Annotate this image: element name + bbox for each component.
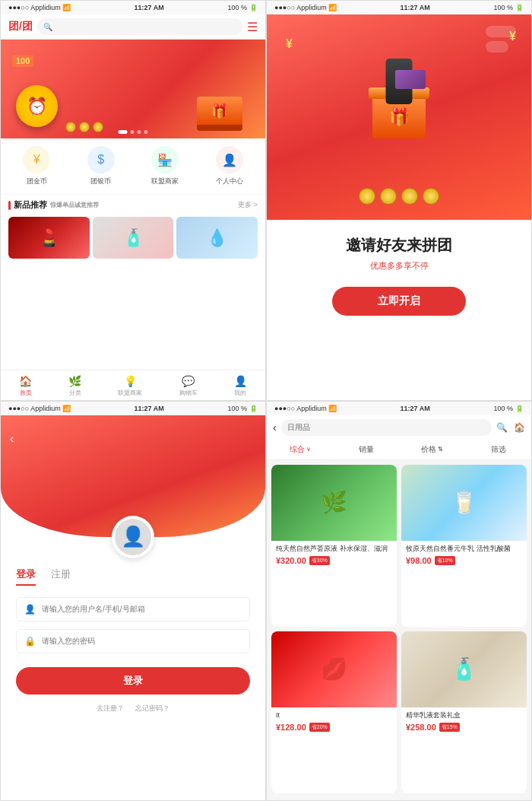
home-nav-icon: 🏠: [19, 375, 32, 387]
dot-2: [131, 130, 135, 134]
profile-nav-label: 我的: [234, 389, 246, 397]
products-search-bar[interactable]: 日用品: [281, 419, 492, 436]
quick-icon-tuan-silver[interactable]: $ 团银币: [87, 146, 115, 186]
quick-icon-tuan-gold[interactable]: ¥ 团金币: [23, 146, 50, 186]
screen-login: ●●●○○ Applidium 📶 11:27 AM 100 % 🔋 ‹ 👤 登…: [0, 401, 266, 802]
banner-gift-box: 🎁: [197, 97, 242, 131]
invite-start-button[interactable]: 立即开启: [332, 287, 466, 316]
battery-icon-3: 🔋: [249, 405, 258, 412]
product-card-1[interactable]: 💄: [8, 217, 90, 259]
product-list-emoji-3: 💋: [321, 656, 347, 682]
nav-category[interactable]: 🌿 分类: [68, 375, 81, 397]
product-list-item-2[interactable]: 🥛 牧原天然自然番元牛乳 活性乳酸菌 ¥98.00 省10%: [401, 465, 527, 627]
register-link[interactable]: 去注册？: [97, 704, 124, 714]
home-banner[interactable]: 100 ⏰ 🎁: [1, 40, 265, 138]
product-list-discount-3: 省20%: [309, 723, 330, 732]
signal-area: ●●●○○ Applidium 📶: [8, 4, 71, 11]
filter-bar: 综合 ∨ 销量 价格 ⇅ 筛选: [267, 440, 531, 460]
product-card-3[interactable]: 💧: [176, 217, 258, 259]
product-emoji-1: 💄: [39, 228, 59, 248]
signal-dots: ●●●○○: [8, 4, 29, 11]
product-list-price-row-2: ¥98.00 省10%: [406, 556, 522, 565]
profile-label: 个人中心: [216, 176, 243, 186]
username-input[interactable]: [42, 605, 242, 613]
nav-home[interactable]: 🏠 首页: [19, 375, 32, 397]
product-image-2: 🧴: [93, 217, 174, 259]
password-input[interactable]: [42, 637, 242, 645]
product-list-emoji-4: 🧴: [451, 656, 477, 682]
filter-screen[interactable]: 筛选: [465, 444, 531, 455]
password-field[interactable]: 🔒: [16, 629, 250, 653]
product-list-item-4[interactable]: 🧴 精华乳液套装礼盒 ¥258.00 省15%: [401, 631, 527, 793]
products-back-button[interactable]: ‹: [273, 421, 277, 434]
invite-gift-box: 📱 🎁: [372, 97, 426, 138]
merchant-label: 联盟商家: [151, 176, 179, 186]
invite-coins: [359, 188, 439, 205]
filter-price-label: 价格: [421, 444, 436, 455]
product-list-image-3: 💋: [271, 631, 397, 707]
quick-icon-profile[interactable]: 👤 个人中心: [216, 146, 243, 186]
product-list-image-4: 🧴: [401, 631, 527, 707]
product-list-name-1: 纯天然自然芦荟原液 补水保湿、滋润: [276, 545, 392, 554]
big-coin-3: [401, 188, 418, 205]
status-bar-login: ●●●○○ Applidium 📶 11:27 AM 100 % 🔋: [1, 402, 265, 415]
filter-sales-label: 销量: [359, 444, 374, 455]
home-nav-bar: 团/团 🔍 ☰: [1, 14, 265, 40]
forgot-password-link[interactable]: 忘记密码？: [135, 704, 169, 714]
search-bar[interactable]: 🔍: [37, 18, 242, 35]
quick-icon-merchant[interactable]: 🏪 联盟商家: [151, 146, 179, 186]
filter-comprehensive[interactable]: 综合 ∨: [267, 444, 333, 455]
banner-money-label: 100: [12, 55, 33, 67]
merchant-nav-icon: 💡: [124, 375, 137, 387]
nav-cart[interactable]: 💬 购物车: [179, 375, 198, 397]
product-list-item-3[interactable]: 💋 It ¥128.00 省20%: [271, 631, 397, 793]
invite-card: [395, 70, 426, 89]
filter-sales[interactable]: 销量: [333, 444, 399, 455]
signal-dots-3: ●●●○○: [8, 405, 29, 412]
tuan-silver-label: 团银币: [90, 176, 111, 186]
home-icon-products[interactable]: 🏠: [514, 422, 525, 433]
tab-login[interactable]: 登录: [16, 567, 36, 586]
login-tabs: 登录 注册: [16, 567, 250, 586]
section-more-link[interactable]: 更多 >: [238, 200, 258, 210]
battery-icon: 🔋: [249, 4, 258, 11]
bottom-nav: 🏠 首页 🌿 分类 💡 联盟商家 💬 购物车 👤 我的: [1, 370, 265, 400]
product-list-price-row-3: ¥128.00 省20%: [276, 723, 392, 732]
tab-register[interactable]: 注册: [51, 567, 71, 586]
product-list-price-1: ¥320.00: [276, 556, 306, 565]
banner-coins: [65, 122, 103, 132]
app-name-4: Applidium: [296, 405, 327, 412]
quick-icons-row: ¥ 团金币 $ 团银币 🏪 联盟商家 👤 个人中心: [1, 138, 265, 195]
coin-3: [93, 122, 103, 132]
status-bar-invite: ●●●○○ Applidium 📶 11:27 AM 100 % 🔋: [267, 1, 531, 14]
nav-profile[interactable]: 👤 我的: [234, 375, 247, 397]
filter-price[interactable]: 价格 ⇅: [399, 444, 465, 455]
wifi-icon-2: 📶: [328, 4, 337, 11]
product-list-item-1[interactable]: 🌿 纯天然自然芦荟原液 补水保湿、滋润 ¥320.00 省30%: [271, 465, 397, 627]
back-button[interactable]: ‹: [10, 432, 14, 446]
app-name-3: Applidium: [30, 405, 61, 412]
tuan-gold-label: 团金币: [27, 176, 47, 186]
banner-dots: [119, 130, 148, 134]
product-card-2[interactable]: 🧴: [93, 217, 174, 259]
product-list-price-row-1: ¥320.00 省30%: [276, 556, 392, 565]
product-emoji-3: 💧: [207, 228, 227, 248]
tuan-gold-icon: ¥: [23, 146, 50, 173]
product-list-price-row-4: ¥258.00 省15%: [406, 723, 522, 732]
products-search-text: 日用品: [287, 422, 310, 433]
home-nav-label: 首页: [20, 389, 32, 397]
big-coin-2: [380, 188, 397, 205]
search-icon-products[interactable]: 🔍: [496, 422, 508, 433]
username-field[interactable]: 👤: [16, 597, 250, 621]
invite-main-title: 邀请好友来拼团: [286, 235, 512, 256]
signal-area-2: ●●●○○ Applidium 📶: [274, 4, 337, 11]
time-display: 11:27 AM: [135, 4, 164, 11]
menu-icon[interactable]: ☰: [247, 20, 258, 34]
user-icon: 👤: [24, 604, 36, 615]
login-button[interactable]: 登录: [16, 667, 250, 695]
nav-merchant[interactable]: 💡 联盟商家: [118, 375, 142, 397]
product-list-discount-2: 省10%: [435, 556, 455, 565]
category-nav-label: 分类: [69, 389, 81, 397]
wifi-icon-4: 📶: [328, 405, 337, 412]
product-image-3: 💧: [176, 217, 258, 259]
